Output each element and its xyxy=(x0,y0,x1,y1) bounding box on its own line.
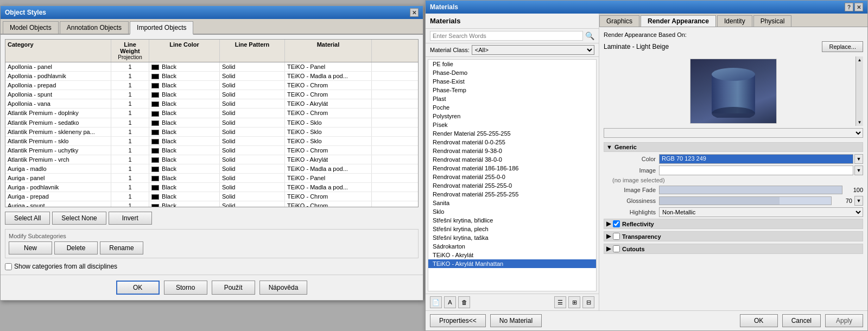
highlights-select[interactable]: Non-Metallic xyxy=(659,207,863,217)
td-category: Auriga - prepad xyxy=(5,192,111,201)
material-item[interactable]: Střešní krytina, plech xyxy=(428,225,596,233)
table-row[interactable]: Atlantik Premium - skleneny pa... 1 Blac… xyxy=(5,128,418,137)
grid-view-button[interactable]: ⊞ xyxy=(568,296,580,308)
cutouts-section-header[interactable]: ▶ Cutouts xyxy=(604,244,863,254)
delete-material-button[interactable]: 🗑 xyxy=(458,296,470,308)
tab-imported-objects[interactable]: Imported Objects xyxy=(130,21,193,35)
tab-graphics[interactable]: Graphics xyxy=(599,15,639,27)
table-row[interactable]: Atlantik Premium - sedatko 1 Black Solid… xyxy=(5,118,418,128)
help-button[interactable]: Nápověda xyxy=(259,281,308,295)
properties-button[interactable]: Properties<< xyxy=(430,314,486,327)
add-material-button[interactable]: 📄 xyxy=(430,296,442,308)
table-row[interactable]: Apollonia - prepad 1 Black Solid TEiKO -… xyxy=(5,81,418,90)
select-none-button[interactable]: Select None xyxy=(52,212,106,225)
cutouts-checkbox[interactable] xyxy=(613,245,620,252)
transparency-section-header[interactable]: ▶ Transparency xyxy=(604,231,863,241)
table-row[interactable]: Auriga - spunt 1 Black Solid TEiKO - Chr… xyxy=(5,201,418,207)
materials-help-icon[interactable]: ? xyxy=(845,3,853,11)
generic-section-header[interactable]: ▼ Generic xyxy=(604,142,863,152)
reflectivity-checkbox[interactable] xyxy=(613,220,620,227)
td-category: Atlantik Premium - sedatko xyxy=(5,118,111,127)
material-item[interactable]: Rendrovat materiál 9-38-0 xyxy=(428,147,596,155)
image-dropdown-btn[interactable]: ▼ xyxy=(854,166,863,175)
select-all-button[interactable]: Select All xyxy=(5,212,50,225)
material-item[interactable]: PE folie xyxy=(428,60,596,68)
invert-button[interactable]: Invert xyxy=(109,212,152,225)
table-row[interactable]: Atlantik Premium - doplnky 1 Black Solid… xyxy=(5,109,418,118)
materials-apply-button[interactable]: Apply xyxy=(825,314,863,327)
material-item[interactable]: Rendrovat materiál 255-0-0 xyxy=(428,173,596,181)
tab-model-objects[interactable]: Model Objects xyxy=(3,21,59,34)
large-view-button[interactable]: ⊟ xyxy=(582,296,594,308)
tab-identity[interactable]: Identity xyxy=(717,15,752,27)
materials-close-button[interactable]: ✕ xyxy=(854,3,863,11)
table-row[interactable]: Auriga - podhlavnik 1 Black Solid TEiKO … xyxy=(5,183,418,192)
tab-annotation-objects[interactable]: Annotation Objects xyxy=(60,21,129,34)
td-lineweight: 1 xyxy=(111,192,149,201)
material-item[interactable]: Phase-Temp xyxy=(428,86,596,94)
material-item[interactable]: Písek xyxy=(428,120,596,129)
apply-button[interactable]: Použít xyxy=(212,281,255,295)
material-item[interactable]: Polystyren xyxy=(428,112,596,120)
tab-physical[interactable]: Physical xyxy=(753,15,792,27)
material-item[interactable]: Rendrovat materiál 255-255-255 xyxy=(428,190,596,199)
material-item[interactable]: Plast xyxy=(428,94,596,103)
ok-button[interactable]: OK xyxy=(116,281,160,295)
table-row[interactable]: Apollonia - vana 1 Black Solid TEiKO - A… xyxy=(5,99,418,109)
list-view-button[interactable]: ☰ xyxy=(554,296,566,308)
material-item[interactable]: Rendrovat materiál 0-0-255 xyxy=(428,138,596,147)
action-row: Select All Select None Invert xyxy=(5,212,419,225)
material-item[interactable]: TEiKO - Akrylát xyxy=(428,251,596,259)
duplicate-material-button[interactable]: A xyxy=(444,296,456,308)
table-row[interactable]: Auriga - prepad 1 Black Solid TEiKO - Ch… xyxy=(5,192,418,201)
material-item[interactable]: TEiKO - Akrylát Manhattan xyxy=(428,259,596,268)
table-row[interactable]: Apollonia - panel 1 Black Solid TEiKO - … xyxy=(5,62,418,72)
material-item[interactable]: Rendrovat materiál 38-0-0 xyxy=(428,155,596,164)
table-row[interactable]: Atlantik Premium - sklo 1 Black Solid TE… xyxy=(5,137,418,146)
transparency-checkbox[interactable] xyxy=(613,233,620,240)
material-item[interactable]: Sádrokarton xyxy=(428,242,596,251)
new-button[interactable]: New xyxy=(9,241,52,254)
search-input[interactable] xyxy=(430,31,583,41)
table-row[interactable]: Apollonia - spunt 1 Black Solid TEiKO - … xyxy=(5,90,418,99)
material-item[interactable]: Sanita xyxy=(428,199,596,207)
material-item[interactable]: Phase-Exist xyxy=(428,77,596,86)
close-button[interactable]: ✕ xyxy=(410,8,419,17)
transparency-arrow-icon: ▶ xyxy=(606,233,611,240)
material-item[interactable]: Sklo xyxy=(428,207,596,216)
rename-button[interactable]: Rename xyxy=(100,241,143,254)
glossiness-dropdown-btn[interactable]: ▼ xyxy=(854,196,863,206)
material-item[interactable]: Rendrovat materiál 255-255-0 xyxy=(428,181,596,190)
replace-button[interactable]: Replace... xyxy=(822,41,863,52)
material-item[interactable]: Phase-Demo xyxy=(428,68,596,77)
no-material-button[interactable]: No Material xyxy=(490,314,542,327)
table-row[interactable]: Apollonia - podhlavnik 1 Black Solid TEi… xyxy=(5,72,418,81)
materials-ok-button[interactable]: OK xyxy=(740,314,778,327)
material-item[interactable]: Rendrovat materiál 186-186-186 xyxy=(428,164,596,173)
table-row[interactable]: Auriga - panel 1 Black Solid TEiKO - Pan… xyxy=(5,174,418,183)
td-material: TEiKO - Akrylát xyxy=(285,155,372,164)
color-dropdown-btn[interactable]: ▼ xyxy=(854,154,863,164)
material-item[interactable]: Poche xyxy=(428,103,596,112)
color-value-bar[interactable]: RGB 70 123 249 xyxy=(659,154,853,164)
reflectivity-section-header[interactable]: ▶ Reflectivity xyxy=(604,219,863,229)
tab-render-appearance[interactable]: Render Appearance xyxy=(641,15,716,27)
object-styles-titlebar: Object Styles ✕ xyxy=(1,6,423,19)
material-item[interactable]: Render Material 255-255-255 xyxy=(428,129,596,138)
material-item[interactable]: Střešní krytina, taška xyxy=(428,233,596,242)
image-area[interactable] xyxy=(659,166,853,175)
material-item[interactable]: Střešní krytina, břidlice xyxy=(428,216,596,225)
table-row[interactable]: Auriga - madlo 1 Black Solid TEiKO - Mad… xyxy=(5,164,418,174)
delete-button[interactable]: Delete xyxy=(54,241,98,254)
table-header: Category Line Weight Projection Line Col… xyxy=(5,40,418,62)
show-categories-checkbox[interactable] xyxy=(5,263,12,270)
table-row[interactable]: Atlantik Premium - uchytky 1 Black Solid… xyxy=(5,146,418,155)
table-row[interactable]: Atlantik Premium - vrch 1 Black Solid TE… xyxy=(5,155,418,164)
color-row: Color RGB 70 123 249 ▼ xyxy=(604,154,863,164)
materials-cancel-button[interactable]: Cancel xyxy=(782,314,821,327)
cutouts-arrow-icon: ▶ xyxy=(606,245,611,252)
cancel-button[interactable]: Storno xyxy=(164,281,207,295)
materials-list[interactable]: PE foliePhase-DemoPhase-ExistPhase-TempP… xyxy=(428,59,597,291)
preview-dropdown[interactable] xyxy=(604,128,863,138)
material-class-select[interactable]: <All> xyxy=(472,45,594,55)
